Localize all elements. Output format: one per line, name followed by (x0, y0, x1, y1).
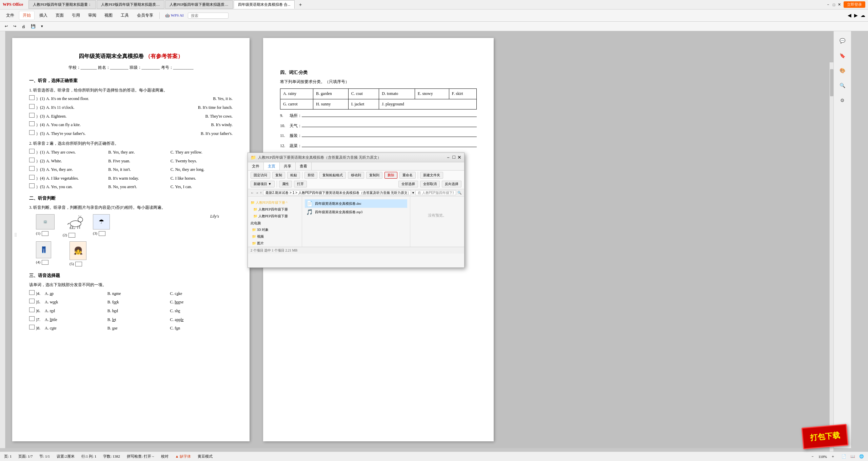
fm-close[interactable]: ✕ (457, 155, 461, 161)
listen-2-label: (2) (63, 232, 67, 239)
ribbon-tab-insert[interactable]: 插入 (36, 11, 51, 20)
fm-tab-share[interactable]: 共享 (280, 162, 296, 170)
cat-3-num: 11. (280, 132, 290, 140)
status-compat[interactable]: 黄豆模式 (198, 454, 213, 459)
window-minimize[interactable]: － (826, 2, 830, 7)
girl-image: 👧 (70, 241, 86, 260)
fm-copyformat-btn[interactable]: 复制粘贴格式 (319, 172, 346, 179)
q2-item-5: ）(5) A. Yes, you can. B. No, you aren't.… (29, 183, 233, 191)
vertical-scrollbar[interactable] (829, 62, 833, 461)
fm-forward-btn[interactable]: → (255, 191, 259, 195)
ribbon-tab-home[interactable]: 开始 (19, 11, 35, 20)
listen-3-bracket (99, 231, 105, 236)
window-maximize[interactable]: □ (833, 3, 835, 7)
fm-pin-btn[interactable]: 固定访问 (251, 172, 270, 179)
status-zoom-out[interactable]: － (811, 454, 814, 459)
sidebar-format-icon[interactable]: 🎨 (836, 64, 849, 77)
toolbar-redo[interactable]: ↪ (11, 23, 18, 29)
status-proofread[interactable]: 校对 (161, 454, 169, 459)
fm-props-btn[interactable]: 属性 (279, 181, 292, 187)
fm-cut-btn[interactable]: 剪切 (304, 172, 317, 179)
fm-selectall-btn[interactable]: 全部选择 (398, 181, 418, 187)
fm-tab-home[interactable]: 主页 (264, 162, 280, 170)
q1-5-b: B. It's your father's. (201, 130, 233, 138)
sidebar-comment-icon[interactable]: 💬 (836, 35, 849, 47)
fm-folder-icon: 📁 (251, 155, 256, 160)
fm-path-go[interactable]: ▾ (412, 191, 414, 195)
sidebar-nav-icon[interactable]: 🔖 (836, 49, 849, 62)
fm-delete-btn[interactable]: 删除 (384, 172, 397, 179)
ribbon-tab-tools[interactable]: 工具 (117, 11, 132, 20)
ribbon-tab-ref[interactable]: 引用 (68, 11, 83, 20)
ph-8-b: B. use (107, 325, 170, 332)
fm-rename-btn[interactable]: 重命名 (399, 172, 416, 179)
ribbon-tab-view[interactable]: 视图 (101, 11, 116, 20)
ribbon-right-icon2[interactable]: ▶ (854, 13, 858, 18)
fm-invertsel-btn[interactable]: 反向选择 (442, 181, 461, 187)
tab-4-active[interactable]: 四年级英语期末全真模拟卷 合... (234, 0, 295, 9)
window-close[interactable]: ✕ (838, 2, 841, 7)
ribbon-tab-vip[interactable]: 会员专享 (134, 11, 157, 20)
q1-5-a: A. They're your father's. (46, 130, 187, 138)
tab-3[interactable]: 人教PEP版四年级下册期末拟题质量： (165, 0, 233, 9)
file-doc[interactable]: 📄 四年级英语期末全真模拟卷.doc (305, 199, 407, 208)
page-drag-handle[interactable]: ⣿ (14, 232, 17, 238)
fm-nav-folder-1[interactable]: 📁 人教PEP四年级下册 ^ (249, 199, 300, 206)
tab-1[interactable]: 人教PEP版四年级下册期末拟题量： (28, 0, 96, 9)
ribbon-tab-review[interactable]: 审阅 (85, 11, 100, 20)
q2-item-2: ）(2) A. White. B. Five yuan. C. Twenty b… (29, 158, 233, 165)
ribbon-tab-page[interactable]: 页面 (52, 11, 67, 20)
scrollbar-thumb[interactable] (830, 69, 833, 96)
sidebar-settings-icon[interactable]: ⚙ (836, 94, 849, 106)
ribbon-right-icon1[interactable]: ◀ (848, 13, 851, 18)
fm-videos[interactable]: 📁 视频 (249, 233, 300, 240)
vocab-f: F. skirt (449, 88, 477, 99)
ribbon-cloud-icon[interactable]: ☁ (861, 13, 865, 18)
login-button[interactable]: 立即登录 (844, 1, 865, 8)
fm-nav-folder-2[interactable]: 📁 人教PEP四年级下册 (249, 206, 300, 213)
fm-moveto-btn[interactable]: 移动到 (348, 172, 364, 179)
fm-newitem-btn[interactable]: 新建项目 ▼ (251, 181, 275, 187)
ribbon-search[interactable] (188, 13, 229, 19)
fm-path-input[interactable] (263, 190, 411, 195)
fm-copy-btn[interactable]: 复制 (272, 172, 285, 179)
fm-up-btn[interactable]: ↑ (260, 191, 262, 195)
fm-open-btn[interactable]: 打开 (294, 181, 307, 187)
fm-pictures[interactable]: 📁 图片 (249, 240, 300, 247)
fm-minimize[interactable]: － (446, 155, 451, 161)
fm-copyto-btn[interactable]: 复制到 (366, 172, 382, 179)
fm-newfolder-btn[interactable]: 新建文件夹 (420, 172, 443, 179)
file-mp3[interactable]: 🎵 四年级英语期末全真模拟卷.mp3 (305, 208, 407, 216)
status-view-read[interactable]: 📖 (850, 454, 855, 459)
toolbar-undo[interactable]: ↩ (3, 23, 10, 29)
q2-5-num: ）(5) (36, 183, 45, 191)
status-view-web[interactable]: 🌐 (859, 454, 864, 459)
fm-search-icon[interactable]: 🔍 (457, 191, 461, 195)
fm-3d-objects[interactable]: 📁 3D 对象 (249, 226, 300, 233)
fm-nav-folder-3[interactable]: 📁 人教PEP四年级下册 (249, 213, 300, 220)
cat-4-label: 蔬菜： (290, 142, 302, 150)
q2-3-c: C. No, they are long. (171, 166, 233, 174)
toolbar-save[interactable]: 💾 (29, 23, 38, 29)
sidebar-search-icon[interactable]: 🔍 (836, 79, 849, 92)
fm-tab-view[interactable]: 查看 (296, 162, 312, 170)
listen-4-label: (4) (36, 259, 40, 266)
fm-tab-file[interactable]: 文件 (248, 162, 264, 170)
fm-deselectall-btn[interactable]: 全部取消 (420, 181, 440, 187)
status-zoom-in[interactable]: ＋ (831, 454, 835, 459)
fm-search-input[interactable] (415, 190, 456, 195)
toolbar-print[interactable]: 🖨 (20, 24, 27, 29)
toolbar-more[interactable]: ▾ (39, 23, 45, 29)
ribbon-tab-file[interactable]: 文件 (3, 11, 18, 20)
fm-paste-btn[interactable]: 粘贴 (287, 172, 300, 179)
download-stamp[interactable]: 打包下载 (801, 424, 848, 449)
ph-item-4: )4. A. ap B. name C. cake (29, 290, 233, 298)
ph-4-br (29, 290, 35, 295)
fm-back-btn[interactable]: ← (251, 191, 254, 195)
wps-ai-button[interactable]: 🤖 WPS AI (162, 12, 186, 19)
tab-2[interactable]: 人教PEP版四年级下册期末拟题质量： (97, 0, 164, 9)
fm-maximize[interactable]: □ (453, 155, 455, 161)
q2-5-b: B. No, you aren't. (108, 183, 170, 191)
status-view-print[interactable]: 📄 (842, 454, 846, 459)
tab-add-button[interactable]: ＋ (295, 0, 305, 9)
